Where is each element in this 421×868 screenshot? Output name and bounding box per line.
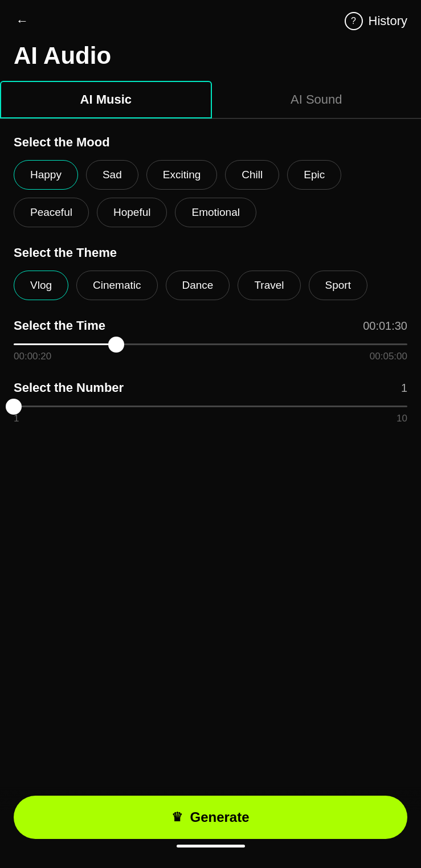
number-section-title: Select the Number — [14, 380, 124, 395]
mood-exciting[interactable]: Exciting — [146, 160, 218, 190]
generate-button[interactable]: ♛ Generate — [14, 796, 407, 839]
content-area: Select the Mood Happy Sad Exciting Chill… — [0, 119, 421, 440]
mood-happy[interactable]: Happy — [14, 160, 78, 190]
time-slider-labels: 00:00:20 00:05:00 — [14, 351, 407, 362]
time-slider-fill — [14, 343, 116, 345]
number-section-header: Select the Number 1 — [14, 380, 407, 395]
mood-grid: Happy Sad Exciting Chill Epic Peaceful H… — [14, 160, 407, 227]
number-slider-thumb[interactable] — [6, 399, 22, 415]
time-section-title: Select the Time — [14, 318, 105, 333]
tab-ai-sound[interactable]: AI Sound — [212, 81, 422, 118]
generate-area: ♛ Generate — [0, 787, 421, 868]
question-mark: ? — [351, 16, 356, 26]
mood-emotional[interactable]: Emotional — [175, 198, 256, 227]
generate-label: Generate — [190, 809, 249, 825]
time-slider-track — [14, 343, 407, 345]
mood-section: Select the Mood Happy Sad Exciting Chill… — [14, 135, 407, 227]
theme-dance[interactable]: Dance — [166, 271, 230, 300]
mood-peaceful[interactable]: Peaceful — [14, 198, 89, 227]
mood-epic[interactable]: Epic — [287, 160, 341, 190]
theme-grid: Vlog Cinematic Dance Travel Sport — [14, 271, 407, 300]
number-slider-labels: 1 10 — [14, 413, 407, 424]
number-min-label: 1 — [14, 413, 19, 424]
time-current-value: 00:01:30 — [363, 320, 407, 333]
theme-cinematic[interactable]: Cinematic — [76, 271, 157, 300]
time-section-header: Select the Time 00:01:30 — [14, 318, 407, 333]
theme-section-title: Select the Theme — [14, 245, 407, 260]
time-slider-thumb[interactable] — [108, 337, 124, 353]
mood-sad[interactable]: Sad — [86, 160, 138, 190]
time-min-label: 00:00:20 — [14, 351, 51, 362]
header-right: ? History — [345, 12, 407, 30]
header: ← ? History — [0, 0, 421, 36]
time-max-label: 00:05:00 — [370, 351, 407, 362]
number-section: Select the Number 1 1 10 — [14, 380, 407, 424]
back-button[interactable]: ← — [14, 11, 31, 31]
mood-section-title: Select the Mood — [14, 135, 407, 150]
mood-chill[interactable]: Chill — [225, 160, 279, 190]
help-icon[interactable]: ? — [345, 12, 363, 30]
theme-travel[interactable]: Travel — [238, 271, 300, 300]
home-indicator — [177, 845, 245, 847]
time-slider[interactable] — [14, 343, 407, 345]
number-max-label: 10 — [397, 413, 407, 424]
number-current-value: 1 — [401, 382, 407, 395]
history-label[interactable]: History — [369, 14, 407, 28]
page-title: AI Audio — [0, 36, 421, 81]
theme-section: Select the Theme Vlog Cinematic Dance Tr… — [14, 245, 407, 300]
theme-sport[interactable]: Sport — [309, 271, 367, 300]
tabs-container: AI Music AI Sound — [0, 81, 421, 118]
time-section: Select the Time 00:01:30 00:00:20 00:05:… — [14, 318, 407, 362]
number-slider[interactable] — [14, 406, 407, 407]
number-slider-track — [14, 406, 407, 407]
theme-vlog[interactable]: Vlog — [14, 271, 68, 300]
mood-hopeful[interactable]: Hopeful — [97, 198, 167, 227]
tab-ai-music[interactable]: AI Music — [0, 81, 212, 118]
crown-icon: ♛ — [171, 810, 183, 825]
